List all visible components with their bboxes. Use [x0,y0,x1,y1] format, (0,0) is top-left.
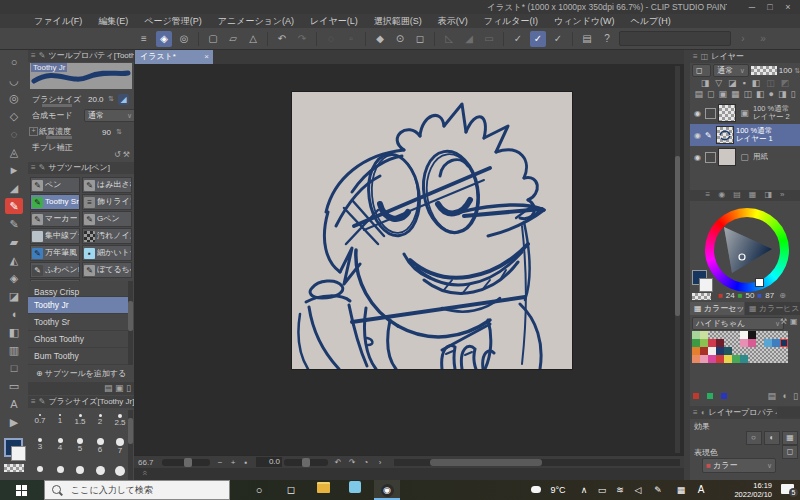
brush-size-cell[interactable]: 4 [50,438,70,452]
set-ruler-icon[interactable]: ◩ [781,78,790,89]
color-swatch[interactable] [748,339,756,347]
red-swatch[interactable] [693,393,699,399]
zoom-area-icon[interactable]: ⊙ [392,31,408,47]
zoom-in-icon[interactable]: + [227,457,239,468]
panel-menu-icon[interactable]: ≡ [693,407,698,419]
green-swatch[interactable] [707,393,713,399]
canvas-paper[interactable] [292,92,572,369]
canvas-horizontal-scrollbar[interactable] [394,459,680,466]
snap-special-ruler-icon[interactable]: ✓ [530,31,546,47]
color-swatch[interactable] [692,331,700,339]
brush-stroke-preview[interactable]: Toothy Jr [30,63,132,89]
layer-checkbox[interactable] [705,152,716,163]
panel-menu-icon[interactable]: ≡ [31,396,36,408]
duplicate-subtool-icon[interactable]: ▣ [115,383,124,393]
brush-size-cell[interactable]: 1.5 [70,414,90,426]
reselect-icon[interactable]: ▫ [343,31,359,47]
list-item[interactable]: Toothy Sr [28,314,128,331]
zoom-tool-icon[interactable]: ○ [5,54,23,70]
brush-size-source-button[interactable]: ◢ [118,94,129,105]
snap-ruler-icon[interactable]: ✓ [510,31,526,47]
color-swatch[interactable] [692,347,700,355]
flip-view-icon[interactable]: › [374,457,386,468]
color-swatch[interactable] [740,339,748,347]
color-swatch[interactable] [724,339,732,347]
subtool-decoration-line[interactable]: ≡飾りライン [82,194,132,210]
menu-help[interactable]: ヘルプ(H) [631,14,671,28]
add-swatch-icon[interactable]: ◖ [782,391,787,401]
color-swatch[interactable] [764,339,772,347]
deselect-icon[interactable]: ◌ [323,31,339,47]
brush-size-cell[interactable]: 2 [90,414,110,426]
opacity-stepper[interactable]: ⇅ [794,67,800,75]
color-swatch[interactable] [708,339,716,347]
color-swatch[interactable] [772,347,780,355]
layer-row-1-selected[interactable]: ◉ ✎ 100 %通常レイヤー 1 [690,124,800,146]
cortana-icon[interactable]: ○ [246,480,272,500]
color-swatch[interactable] [756,347,764,355]
minimize-button[interactable]: ─ [744,0,760,14]
new-subtool-icon[interactable]: ▤ [104,383,113,393]
color-swatch-grid[interactable] [692,331,788,363]
subtool-list-scrollbar[interactable] [128,281,133,365]
pen-tray-icon[interactable]: ✎ [650,480,666,500]
weather-temp[interactable]: 9°C [546,480,570,500]
taskbar-search-input[interactable]: ここに入力して検索 [44,480,230,500]
rotate-cw-icon[interactable]: ↷ [346,457,358,468]
brush-size-cell[interactable] [50,466,70,473]
snap-off-icon[interactable]: ◺ [441,31,457,47]
gradient-tool-icon[interactable]: ▥ [5,342,23,358]
color-swatch[interactable] [756,339,764,347]
subtool-pen[interactable]: ✎ペン [30,177,80,193]
footer-menu-icon[interactable]: ≡ [706,190,711,201]
clip-studio-taskbar-icon[interactable]: ◉ [374,480,400,500]
export-icon[interactable]: △ [245,31,261,47]
color-swatch[interactable] [716,347,724,355]
footer-expand-icon[interactable]: » [780,190,784,201]
brush-size-cell[interactable] [30,466,50,472]
subtool-no-overflow[interactable]: ✎はみ出さない [82,177,132,193]
mask-visibility-icon[interactable]: ◨ [778,89,787,101]
brush-size-cell[interactable]: 0.7 [30,414,50,425]
tab-color-set[interactable]: ▦ カラーセット [690,302,744,315]
brush-size-cell[interactable]: 2.5 [110,414,130,427]
wrench-icon[interactable]: ⚒ [123,150,130,159]
panel-menu-icon[interactable]: ≡ [31,162,36,174]
color-swatch[interactable] [764,347,772,355]
clip-to-layer-below-icon[interactable]: ◨ [701,78,710,89]
color-swatch[interactable] [756,331,764,339]
blend-tool-icon[interactable]: ◖ [5,306,23,322]
eraser-tool-icon[interactable]: ◪ [5,288,23,304]
footer-list-icon[interactable]: ▤ [733,190,741,201]
tablet-settings-icon[interactable]: ▤ [579,31,595,47]
lock-transparent-pixels-icon[interactable]: ◧ [752,78,761,89]
menu-window[interactable]: ウィンドウ(W) [554,14,615,28]
airbrush-tool-icon[interactable]: ◭ [5,252,23,268]
list-item[interactable]: Ghost Toothy [28,331,128,348]
color-set-dropdown[interactable]: ハイドちゃん ∨ [692,317,784,330]
crop-frame-icon[interactable]: ◻ [412,31,428,47]
color-swatch[interactable] [748,355,756,363]
color-swatch[interactable] [700,347,708,355]
color-swatch[interactable] [724,331,732,339]
footer-circle-icon[interactable]: ◉ [718,190,725,201]
brush-size-cell[interactable]: 5 [70,438,90,453]
maximize-button[interactable]: □ [762,0,778,14]
rotate-ccw-icon[interactable]: ↶ [332,457,344,468]
subtool-toothy-sr[interactable]: ✎Toothy Sr [30,194,80,210]
new-layer-folder-icon[interactable]: ▣ [719,89,728,101]
texture-density-value[interactable]: 90 [102,128,111,137]
expression-color-dropdown[interactable]: ■ カラー ∨ [702,458,776,473]
sub-color-swatch[interactable] [11,446,26,461]
toolbar-menu-icon[interactable]: ≡ [136,31,152,47]
color-swatch[interactable] [780,339,788,347]
open-file-icon[interactable]: ▱ [225,31,241,47]
reset-settings-icon[interactable]: ↺ [114,150,121,159]
snap-perspective-icon[interactable]: ◢ [461,31,477,47]
color-swatch[interactable] [732,331,740,339]
layer-thumbnail[interactable] [718,148,736,166]
fill-selection-icon[interactable]: ◆ [372,31,388,47]
object-tool-icon[interactable]: ▶ [5,414,23,430]
brush-size-cell[interactable] [70,466,90,474]
brush-size-cell[interactable] [110,466,130,476]
